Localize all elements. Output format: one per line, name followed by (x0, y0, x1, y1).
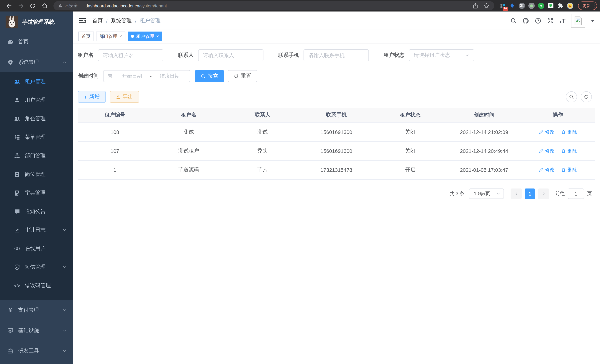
table-toolbar: + 新增 导出 (78, 91, 595, 103)
col-mobile: 联系手机 (300, 108, 373, 123)
chrome-update-button[interactable]: 更新 (578, 1, 597, 10)
sidebar-item-dictionary[interactable]: 字典管理 (0, 184, 73, 202)
sidebar-item-audit-log[interactable]: 审计日志 (0, 221, 73, 239)
delete-link[interactable]: 删除 (561, 148, 577, 154)
toggle-search-button[interactable] (566, 91, 577, 103)
edit-pencil-icon (539, 130, 544, 134)
status-select-placeholder: 请选择租户状态 (414, 52, 450, 59)
github-icon[interactable] (523, 18, 529, 24)
edit-link[interactable]: 修改 (539, 167, 554, 173)
contact-input[interactable] (203, 52, 259, 58)
sidebar-item-announcements[interactable]: 通知公告 (0, 202, 73, 221)
sidebar-item-tenant[interactable]: 租户管理 (0, 72, 73, 91)
app-logo-row[interactable]: 芋道管理系统 (6, 14, 73, 29)
sidebar-item-home[interactable]: 首页 (0, 32, 73, 52)
fullscreen-icon[interactable] (547, 18, 554, 24)
user-avatar[interactable] (571, 14, 585, 28)
sidebar-item-payment[interactable]: ¥ 支付管理 (0, 300, 73, 320)
extensions-puzzle-icon[interactable] (557, 2, 564, 9)
sidebar-item-menus[interactable]: 菜单管理 (0, 128, 73, 147)
sidebar-item-label: 在线用户 (25, 245, 46, 252)
download-icon (116, 94, 121, 99)
page-number-1[interactable]: 1 (525, 188, 535, 199)
prev-page-button[interactable] (511, 188, 522, 199)
tab-home[interactable]: 首页 (78, 32, 94, 41)
sidebar-item-roles[interactable]: 角色管理 (0, 110, 73, 128)
sidebar-item-label: 短信管理 (25, 264, 46, 271)
reset-button-label: 重置 (241, 73, 251, 79)
chevron-up-icon (62, 60, 67, 64)
close-icon[interactable]: × (156, 34, 159, 38)
sidebar-item-posts[interactable]: 岗位管理 (0, 165, 73, 184)
export-button[interactable]: 导出 (110, 91, 139, 103)
chevron-down-icon (62, 308, 67, 312)
profile-avatar-icon[interactable] (567, 2, 573, 9)
sidebar-item-dev-tools[interactable]: 研发工具 (0, 341, 73, 361)
sidebar-item-sms[interactable]: 短信管理 (0, 258, 73, 276)
tab-label: 部门管理 (99, 33, 117, 39)
sidebar-item-users[interactable]: 用户管理 (0, 91, 73, 110)
tenant-table: 租户编号 租户名 联系人 联系手机 租户状态 创建时间 操作 108 测试 (78, 108, 595, 180)
command-extension-icon[interactable]: ⌘ (519, 2, 525, 9)
sidebar-item-label: 错误码管理 (25, 282, 51, 289)
audit-log-icon (14, 227, 20, 233)
sidebar-item-error-codes[interactable]: </> 错误码管理 (0, 276, 73, 295)
search-icon[interactable] (510, 18, 517, 24)
browser-menu-icon[interactable] (593, 3, 594, 8)
cell-contact: 秃头 (225, 141, 300, 160)
edit-link[interactable]: 修改 (539, 129, 554, 135)
goto-page-input[interactable] (568, 188, 584, 199)
sidebar-item-departments[interactable]: 部门管理 (0, 147, 73, 165)
add-button[interactable]: + 新增 (78, 91, 106, 103)
status-label: 租户状态 (384, 52, 404, 59)
payment-icon: ¥ (7, 307, 13, 313)
avatar-dropdown-caret-icon[interactable] (591, 20, 594, 22)
create-time-range-picker[interactable]: 开始日期 - 结束日期 (103, 70, 190, 82)
forward-icon[interactable] (16, 1, 26, 10)
kite-extension-icon[interactable] (509, 2, 516, 9)
sidebar-fold-icon[interactable] (78, 17, 86, 25)
online-user-icon (14, 246, 20, 252)
bookmark-star-icon[interactable] (483, 2, 490, 9)
back-icon[interactable] (4, 1, 14, 10)
sidebar: 芋道管理系统 首页 系统管理 (0, 11, 73, 364)
status-dot-extension-icon[interactable] (528, 2, 535, 9)
cell-created: 2021-12-14 20:49:44 (447, 141, 521, 160)
sidebar-item-label: 通知公告 (25, 208, 46, 215)
y-extension-icon[interactable]: Y (538, 2, 544, 9)
page-size-select[interactable]: 10条/页 (469, 188, 504, 199)
breadcrumb-home[interactable]: 首页 (92, 18, 103, 24)
delete-link[interactable]: 删除 (561, 167, 577, 173)
sidebar-item-label: 基础设施 (18, 327, 39, 334)
sidebar-item-system[interactable]: 系统管理 (0, 52, 73, 72)
status-select[interactable]: 请选择租户状态 (409, 49, 474, 61)
font-size-icon[interactable]: TT (559, 18, 565, 24)
chat-extension-icon[interactable] (547, 2, 554, 9)
reset-button[interactable]: 重置 (228, 70, 257, 82)
chevron-down-icon (465, 53, 469, 57)
reload-icon[interactable] (28, 1, 38, 10)
breadcrumb-separator: / (106, 18, 108, 24)
breadcrumb-section[interactable]: 系统管理 (111, 18, 132, 24)
next-page-button[interactable] (538, 188, 549, 199)
search-button[interactable]: 搜索 (195, 70, 224, 82)
top-navbar: 首页 / 系统管理 / 租户管理 ? (73, 11, 600, 30)
close-icon[interactable]: × (120, 34, 122, 38)
home-icon[interactable] (40, 1, 49, 10)
refresh-table-button[interactable] (581, 91, 592, 103)
help-icon[interactable]: ? (535, 18, 541, 24)
delete-label: 删除 (568, 148, 577, 154)
cell-mobile: 15601691300 (300, 123, 373, 141)
mobile-input[interactable] (308, 52, 364, 58)
sidebar-item-infrastructure[interactable]: 基础设施 (0, 320, 73, 341)
share-icon[interactable] (472, 2, 478, 9)
address-bar[interactable]: 不安全 dashboard.yudao.iocoder.cn/system/te… (53, 1, 494, 10)
tenant-name-input[interactable] (103, 52, 159, 58)
tab-manager-extension-icon[interactable]: 10 (499, 2, 506, 9)
tab-departments[interactable]: 部门管理 × (96, 32, 125, 41)
tab-tenant[interactable]: 租户管理 × (128, 32, 162, 41)
pagination: 共 3 条 10条/页 1 (78, 188, 595, 199)
delete-link[interactable]: 删除 (561, 129, 577, 135)
sidebar-item-online-users[interactable]: 在线用户 (0, 239, 73, 258)
edit-link[interactable]: 修改 (539, 148, 554, 154)
